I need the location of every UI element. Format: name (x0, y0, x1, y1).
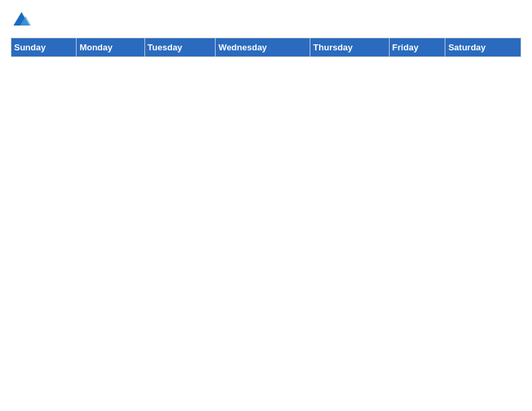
weekday-header: Saturday (445, 38, 521, 57)
weekday-header: Monday (77, 38, 144, 57)
calendar-table: SundayMondayTuesdayWednesdayThursdayFrid… (11, 38, 521, 57)
logo (11, 11, 31, 30)
weekday-header: Tuesday (144, 38, 216, 57)
calendar-header-row: SundayMondayTuesdayWednesdayThursdayFrid… (11, 38, 521, 57)
logo-icon (12, 11, 31, 30)
weekday-header: Sunday (11, 38, 77, 57)
page-header (11, 11, 521, 30)
weekday-header: Wednesday (216, 38, 310, 57)
weekday-header: Thursday (310, 38, 390, 57)
weekday-header: Friday (389, 38, 445, 57)
